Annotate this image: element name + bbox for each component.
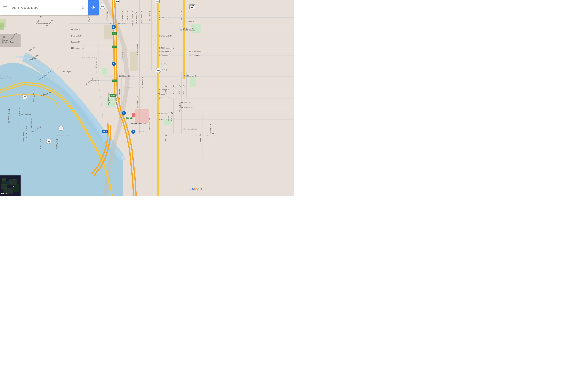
badge-exit-303a: 303 (112, 46, 117, 48)
hamburger-button[interactable] (0, 0, 10, 15)
svg-rect-54 (130, 52, 138, 62)
svg-rect-46 (102, 68, 108, 75)
map-container[interactable]: ARBOR LODGE ARBOR LODGE OVERLOOK BOISE K… (0, 0, 294, 196)
directions-icon (91, 6, 95, 10)
badge-99e: 99E (156, 68, 161, 73)
google-g: G (190, 187, 193, 191)
svg-point-76 (12, 180, 12, 180)
hamburger-icon (3, 6, 7, 9)
svg-rect-70 (13, 184, 19, 192)
svg-point-81 (8, 189, 9, 189)
search-input-wrapper (10, 0, 78, 15)
search-button[interactable] (78, 0, 88, 15)
search-input[interactable] (12, 6, 76, 10)
badge-exit-304: 304 (112, 32, 117, 35)
search-icon (81, 6, 85, 10)
svg-rect-58 (3, 36, 5, 38)
directions-button[interactable] (88, 0, 99, 15)
svg-point-77 (14, 179, 14, 180)
google-o1: o (193, 187, 195, 191)
svg-rect-69 (10, 178, 18, 185)
svg-point-82 (13, 186, 14, 187)
map-svg (0, 0, 294, 196)
svg-point-73 (5, 180, 6, 180)
badge-exit-302c: 302C (126, 117, 132, 119)
hospital-marker: H (132, 113, 136, 117)
svg-rect-48 (106, 98, 114, 107)
badge-30b-top2: 30B (154, 0, 160, 3)
svg-rect-47 (191, 24, 201, 33)
badge-i5-4: 5 (131, 130, 136, 134)
svg-rect-57 (0, 34, 20, 47)
svg-point-74 (8, 182, 8, 183)
svg-rect-56 (135, 109, 149, 123)
badge-30b: 30 (58, 126, 64, 131)
svg-rect-50 (164, 118, 171, 125)
google-o2: o (195, 187, 197, 191)
google-logo: Google (190, 187, 202, 191)
svg-rect-53 (104, 25, 112, 39)
svg-line-62 (84, 8, 84, 9)
badge-99w: 99W (100, 4, 105, 10)
badge-i5-2: 5 (112, 62, 116, 66)
svg-point-72 (4, 179, 4, 180)
badge-i405: 405 (102, 130, 108, 133)
svg-point-75 (10, 181, 10, 182)
badge-exit-302b: 302B (110, 94, 116, 97)
badge-30c: 30 (46, 139, 51, 144)
earth-thumbnail[interactable]: Earth (0, 176, 20, 196)
svg-point-79 (7, 186, 7, 186)
badge-i5-1: 5 (112, 25, 116, 29)
google-e: e (200, 187, 202, 191)
badge-30a: 30 (22, 94, 27, 99)
svg-point-80 (4, 190, 5, 190)
search-bar (0, 0, 99, 15)
svg-rect-49 (190, 78, 196, 87)
svg-rect-52 (0, 23, 4, 30)
badge-i5-3: 5 (122, 111, 126, 115)
badge-byp-30b: BYP30B (189, 4, 195, 9)
earth-label: Earth (1, 192, 7, 195)
badge-exit-303b: 303 (112, 80, 117, 82)
badge-30b-top1: 30B (115, 0, 120, 3)
svg-rect-1 (157, 0, 159, 196)
google-g2: g (197, 187, 199, 191)
svg-rect-55 (130, 62, 138, 71)
svg-point-78 (16, 182, 16, 182)
